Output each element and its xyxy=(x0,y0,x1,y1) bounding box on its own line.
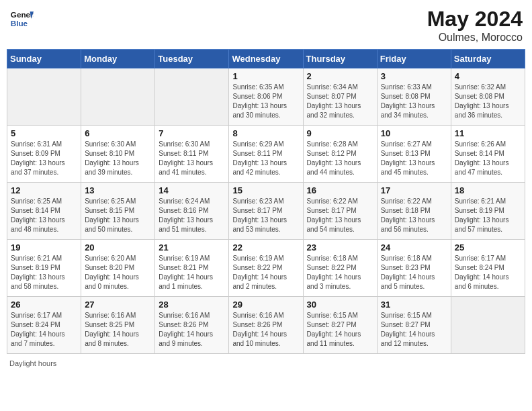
calendar-cell: 26Sunrise: 6:17 AM Sunset: 8:24 PM Dayli… xyxy=(7,297,81,354)
day-number: 15 xyxy=(232,185,299,195)
day-number: 6 xyxy=(85,128,151,138)
day-header: Sunday xyxy=(7,50,81,68)
calendar-cell: 15Sunrise: 6:23 AM Sunset: 8:17 PM Dayli… xyxy=(229,183,303,240)
day-info: Sunrise: 6:19 AM Sunset: 8:21 PM Dayligh… xyxy=(159,254,225,291)
day-number: 30 xyxy=(307,300,373,310)
day-number: 28 xyxy=(159,300,225,310)
calendar-week-row: 12Sunrise: 6:25 AM Sunset: 8:14 PM Dayli… xyxy=(7,183,525,240)
day-number: 31 xyxy=(381,300,447,310)
day-info: Sunrise: 6:18 AM Sunset: 8:22 PM Dayligh… xyxy=(307,254,373,291)
calendar-week-row: 5Sunrise: 6:31 AM Sunset: 8:09 PM Daylig… xyxy=(7,126,525,183)
day-number: 14 xyxy=(159,185,225,195)
day-number: 24 xyxy=(381,242,447,253)
day-number: 1 xyxy=(232,71,299,81)
title-block: May 2024 Oulmes, Morocco xyxy=(427,7,523,44)
calendar-cell: 6Sunrise: 6:30 AM Sunset: 8:10 PM Daylig… xyxy=(81,126,155,183)
day-info: Sunrise: 6:32 AM Sunset: 8:08 PM Dayligh… xyxy=(455,83,521,120)
calendar-week-row: 26Sunrise: 6:17 AM Sunset: 8:24 PM Dayli… xyxy=(7,297,525,354)
day-info: Sunrise: 6:19 AM Sunset: 8:22 PM Dayligh… xyxy=(232,254,299,291)
calendar-cell: 2Sunrise: 6:34 AM Sunset: 8:07 PM Daylig… xyxy=(303,68,377,126)
day-info: Sunrise: 6:31 AM Sunset: 8:09 PM Dayligh… xyxy=(11,140,77,177)
calendar-cell: 7Sunrise: 6:30 AM Sunset: 8:11 PM Daylig… xyxy=(155,126,229,183)
day-number: 3 xyxy=(381,71,447,81)
day-info: Sunrise: 6:35 AM Sunset: 8:06 PM Dayligh… xyxy=(232,83,299,120)
day-info: Sunrise: 6:16 AM Sunset: 8:26 PM Dayligh… xyxy=(159,311,225,349)
calendar-cell: 20Sunrise: 6:20 AM Sunset: 8:20 PM Dayli… xyxy=(81,240,155,297)
day-header: Saturday xyxy=(451,50,525,68)
day-info: Sunrise: 6:30 AM Sunset: 8:11 PM Dayligh… xyxy=(159,140,225,177)
calendar-cell: 4Sunrise: 6:32 AM Sunset: 8:08 PM Daylig… xyxy=(451,68,525,126)
calendar-cell: 22Sunrise: 6:19 AM Sunset: 8:22 PM Dayli… xyxy=(229,240,303,297)
day-number: 7 xyxy=(159,128,225,138)
calendar-cell: 18Sunrise: 6:21 AM Sunset: 8:19 PM Dayli… xyxy=(451,183,525,240)
day-header: Thursday xyxy=(303,50,377,68)
day-info: Sunrise: 6:26 AM Sunset: 8:14 PM Dayligh… xyxy=(455,140,521,177)
day-info: Sunrise: 6:22 AM Sunset: 8:18 PM Dayligh… xyxy=(381,197,447,234)
calendar-cell: 29Sunrise: 6:16 AM Sunset: 8:26 PM Dayli… xyxy=(229,297,303,354)
day-info: Sunrise: 6:15 AM Sunset: 8:27 PM Dayligh… xyxy=(381,311,447,349)
day-number: 10 xyxy=(381,128,447,138)
day-number: 21 xyxy=(159,242,225,253)
calendar-cell: 5Sunrise: 6:31 AM Sunset: 8:09 PM Daylig… xyxy=(7,126,81,183)
calendar-header-row: SundayMondayTuesdayWednesdayThursdayFrid… xyxy=(7,50,525,68)
footer: Daylight hours xyxy=(7,359,525,367)
day-info: Sunrise: 6:25 AM Sunset: 8:14 PM Dayligh… xyxy=(11,197,77,234)
day-info: Sunrise: 6:16 AM Sunset: 8:25 PM Dayligh… xyxy=(85,311,151,349)
day-info: Sunrise: 6:18 AM Sunset: 8:23 PM Dayligh… xyxy=(381,254,447,291)
logo-icon: General Blue xyxy=(9,7,34,31)
day-info: Sunrise: 6:33 AM Sunset: 8:08 PM Dayligh… xyxy=(381,83,447,120)
day-number: 19 xyxy=(11,242,77,253)
calendar-cell: 8Sunrise: 6:29 AM Sunset: 8:11 PM Daylig… xyxy=(229,126,303,183)
logo: General Blue xyxy=(9,7,34,31)
day-number: 25 xyxy=(455,242,521,253)
footer-label: Daylight hours xyxy=(9,359,56,367)
day-number: 13 xyxy=(85,185,151,195)
day-header: Tuesday xyxy=(155,50,229,68)
day-info: Sunrise: 6:24 AM Sunset: 8:16 PM Dayligh… xyxy=(159,197,225,234)
calendar-cell: 3Sunrise: 6:33 AM Sunset: 8:08 PM Daylig… xyxy=(377,68,451,126)
day-number: 29 xyxy=(232,300,299,310)
calendar-cell: 21Sunrise: 6:19 AM Sunset: 8:21 PM Dayli… xyxy=(155,240,229,297)
calendar-cell: 23Sunrise: 6:18 AM Sunset: 8:22 PM Dayli… xyxy=(303,240,377,297)
day-header: Friday xyxy=(377,50,451,68)
calendar-cell xyxy=(81,68,155,126)
day-number: 16 xyxy=(307,185,373,195)
calendar-cell: 11Sunrise: 6:26 AM Sunset: 8:14 PM Dayli… xyxy=(451,126,525,183)
calendar-cell: 13Sunrise: 6:25 AM Sunset: 8:15 PM Dayli… xyxy=(81,183,155,240)
calendar-cell: 1Sunrise: 6:35 AM Sunset: 8:06 PM Daylig… xyxy=(229,68,303,126)
calendar-week-row: 1Sunrise: 6:35 AM Sunset: 8:06 PM Daylig… xyxy=(7,68,525,126)
day-info: Sunrise: 6:30 AM Sunset: 8:10 PM Dayligh… xyxy=(85,140,151,177)
day-number: 8 xyxy=(232,128,299,138)
calendar-cell: 25Sunrise: 6:17 AM Sunset: 8:24 PM Dayli… xyxy=(451,240,525,297)
day-number: 9 xyxy=(307,128,373,138)
day-number: 17 xyxy=(381,185,447,195)
calendar-cell: 12Sunrise: 6:25 AM Sunset: 8:14 PM Dayli… xyxy=(7,183,81,240)
svg-text:Blue: Blue xyxy=(11,19,28,28)
calendar-week-row: 19Sunrise: 6:21 AM Sunset: 8:19 PM Dayli… xyxy=(7,240,525,297)
day-number: 12 xyxy=(11,185,77,195)
day-info: Sunrise: 6:25 AM Sunset: 8:15 PM Dayligh… xyxy=(85,197,151,234)
calendar-cell: 24Sunrise: 6:18 AM Sunset: 8:23 PM Dayli… xyxy=(377,240,451,297)
calendar-cell: 10Sunrise: 6:27 AM Sunset: 8:13 PM Dayli… xyxy=(377,126,451,183)
svg-text:General: General xyxy=(11,10,34,19)
calendar-cell xyxy=(451,297,525,354)
calendar-cell: 19Sunrise: 6:21 AM Sunset: 8:19 PM Dayli… xyxy=(7,240,81,297)
month-year-title: May 2024 xyxy=(427,7,523,32)
calendar-cell: 28Sunrise: 6:16 AM Sunset: 8:26 PM Dayli… xyxy=(155,297,229,354)
location-subtitle: Oulmes, Morocco xyxy=(427,32,523,44)
day-header: Wednesday xyxy=(229,50,303,68)
day-number: 27 xyxy=(85,300,151,310)
day-info: Sunrise: 6:21 AM Sunset: 8:19 PM Dayligh… xyxy=(455,197,521,234)
day-number: 20 xyxy=(85,242,151,253)
day-info: Sunrise: 6:16 AM Sunset: 8:26 PM Dayligh… xyxy=(232,311,299,349)
calendar-cell xyxy=(7,68,81,126)
day-info: Sunrise: 6:34 AM Sunset: 8:07 PM Dayligh… xyxy=(307,83,373,120)
day-info: Sunrise: 6:22 AM Sunset: 8:17 PM Dayligh… xyxy=(307,197,373,234)
day-info: Sunrise: 6:27 AM Sunset: 8:13 PM Dayligh… xyxy=(381,140,447,177)
day-number: 4 xyxy=(455,71,521,81)
day-info: Sunrise: 6:15 AM Sunset: 8:27 PM Dayligh… xyxy=(307,311,373,349)
day-info: Sunrise: 6:20 AM Sunset: 8:20 PM Dayligh… xyxy=(85,254,151,291)
calendar-cell: 27Sunrise: 6:16 AM Sunset: 8:25 PM Dayli… xyxy=(81,297,155,354)
page-header: General Blue May 2024 Oulmes, Morocco xyxy=(7,7,525,44)
calendar-cell: 17Sunrise: 6:22 AM Sunset: 8:18 PM Dayli… xyxy=(377,183,451,240)
